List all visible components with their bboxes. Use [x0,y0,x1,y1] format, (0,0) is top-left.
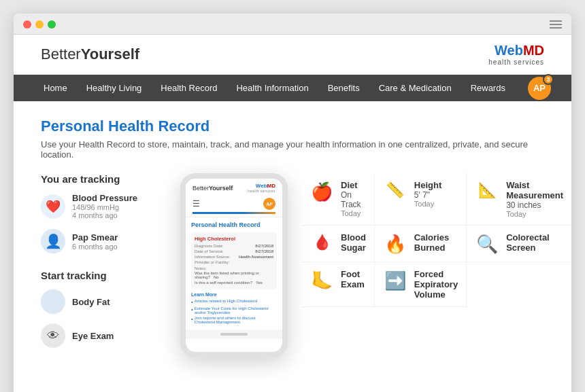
nav-benefits[interactable]: Benefits [318,75,369,101]
health-card-foot-exam[interactable]: 🦶 Foot Exam [301,262,375,307]
fev-info: Forced Expiratory Volume [414,269,458,300]
phone-avatar: AP [263,198,275,210]
phone-services: health services [248,189,275,193]
browser-window: BetterYourself WebWebMDMD health service… [14,14,571,392]
blood-sugar-icon: 🩸 [310,234,334,251]
calories-info: Calories Burned [414,232,458,253]
start-tracking-title: Start tracking [41,270,167,281]
height-time: Today [414,200,441,208]
pap-time: 6 months ago [72,243,118,251]
health-card-colorectal[interactable]: 🔍 Colorectal Screen [467,226,571,262]
diet-value: On Track [341,190,366,209]
tracking-info-bp: Blood Pressure 148/96 mmHg 4 months ago [72,193,137,219]
site-nav: Home Healthy Living Health Record Health… [14,75,571,101]
health-card-blood-sugar[interactable]: 🩸 Blood Sugar [301,226,375,262]
calories-icon: 🔥 [383,234,407,255]
phone-top: BetterYourself WebMD health services ☰ A… [186,179,282,217]
nav-rewards[interactable]: Rewards [461,75,515,101]
health-card-waist[interactable]: 📐 Waist Measurement 30 inches Today [467,173,571,226]
phone-notes-label: Notes: [195,266,273,270]
avatar-initials: AP [533,83,546,93]
waist-time: Today [506,210,563,218]
page-subtitle: Use your Health Record to store, maintai… [41,139,544,160]
health-card-diet[interactable]: 🍎 Diet On Track Today [301,173,375,226]
height-icon: 📏 [383,181,407,199]
phone-link-3[interactable]: •Join reports and others to discuss Chol… [191,316,277,324]
health-card-height[interactable]: 📏 Height 5' 7" Today [375,173,467,226]
health-card-calories[interactable]: 🔥 Calories Burned [375,226,467,262]
nav-care-medication[interactable]: Care & Medication [369,75,461,101]
phone-card-title: High Cholesterol [195,236,273,242]
tracking-section-title: You are tracking [41,173,167,185]
heart-icon: ❤️ [41,194,65,219]
nav-home[interactable]: Home [34,75,77,101]
eye-label: Eye Exam [72,331,114,341]
blood-sugar-info: Blood Sugar [341,232,366,253]
maximize-dot[interactable] [48,20,56,29]
bp-value: 148/96 mmHg [72,203,137,211]
pap-label: Pap Smear [72,232,118,243]
health-cards: 🍎 Diet On Track Today 📏 Height 5' 7" Tod [301,173,571,357]
fev-icon: ➡️ [383,270,407,291]
phone-logo-row: BetterYourself WebMD health services [193,183,275,193]
close-dot[interactable] [23,20,31,29]
height-info: Height 5' 7" Today [414,180,441,208]
nav-avatar[interactable]: AP 3 [528,77,551,100]
diet-time: Today [341,209,366,217]
waist-value: 30 inches [506,200,563,210]
phone-logo: BetterYourself [193,185,233,192]
tracking-info-eye: Eye Exam [72,331,114,341]
phone-webmd: WebMD health services [248,183,275,193]
waist-info: Waist Measurement 30 inches Today [506,180,563,218]
nav-healthy-living[interactable]: Healthy Living [77,75,152,101]
bp-time: 4 months ago [72,211,137,219]
tracking-item-pap-smear[interactable]: 👤 Pap Smear 6 months ago [41,229,167,253]
body-fat-icon [41,289,65,314]
diet-label: Diet [341,180,366,190]
tracking-item-body-fat[interactable]: Body Fat [41,289,167,314]
page-title: Personal Health Record [41,118,544,135]
tracking-item-eye-exam[interactable]: 👁 Eye Exam [41,323,167,348]
phone-link-2[interactable]: •Estimate Your Costs for High Cholestero… [191,306,277,315]
logo-bold: Yourself [81,46,139,63]
minimize-dot[interactable] [35,20,44,29]
webmd-logo: WebWebMDMD health services [488,43,544,66]
height-value: 5' 7" [414,190,441,200]
tracking-info-pap: Pap Smear 6 months ago [72,232,118,251]
colorectal-info: Colorectal Screen [506,232,563,253]
nav-health-record[interactable]: Health Record [151,75,227,101]
phone-mockup: BetterYourself WebMD health services ☰ A… [180,173,288,357]
calories-label: Calories Burned [414,232,458,253]
health-card-fev[interactable]: ➡️ Forced Expiratory Volume [375,262,467,307]
browser-chrome [14,14,571,35]
phone-field-provider: Provider or Facility: [195,260,273,264]
foot-icon: 🦶 [310,270,334,291]
site-header: BetterYourself WebWebMDMD health service… [14,35,571,75]
phone-learn-more: Learn More [191,292,277,297]
phone-hamburger-icon[interactable]: ☰ [193,199,200,209]
foot-label: Foot Exam [341,269,366,289]
blood-sugar-label: Blood Sugar [341,232,366,253]
phone-body: Personal Health Record High Cholesterol … [186,217,282,329]
nav-badge: 3 [543,74,554,85]
eye-icon: 👁 [41,323,65,348]
colorectal-label: Colorectal Screen [506,232,563,253]
person-icon: 👤 [41,229,65,253]
phone-card: High Cholesterol Diagnosis Date: 8/27/20… [191,232,277,289]
phone-field-diag-date: Diagnosis Date: 8/27/2018 [195,244,273,248]
waist-icon: 📐 [475,181,499,199]
phone-accent-bar [193,212,275,214]
diet-info: Diet On Track Today [341,180,366,217]
nav-health-information[interactable]: Health Information [227,75,318,101]
start-tracking-section: Start tracking Body Fat 👁 Eye Exam [41,270,167,348]
main-content: Personal Health Record Use your Health R… [14,101,571,374]
browser-menu-icon [550,20,562,29]
logo-plain: Better [41,46,81,63]
phone-field-service-date: Date of Service: 8/27/2018 [195,249,273,253]
phone-page-title: Personal Health Record [191,221,277,228]
webmd-services: health services [488,58,544,66]
phone-logo-bold: Yourself [209,185,233,192]
tracking-item-blood-pressure[interactable]: ❤️ Blood Pressure 148/96 mmHg 4 months a… [41,193,167,219]
phone-link-1[interactable]: •Articles related to High Cholesterol [191,299,277,305]
site-logo[interactable]: BetterYourself [41,46,139,63]
